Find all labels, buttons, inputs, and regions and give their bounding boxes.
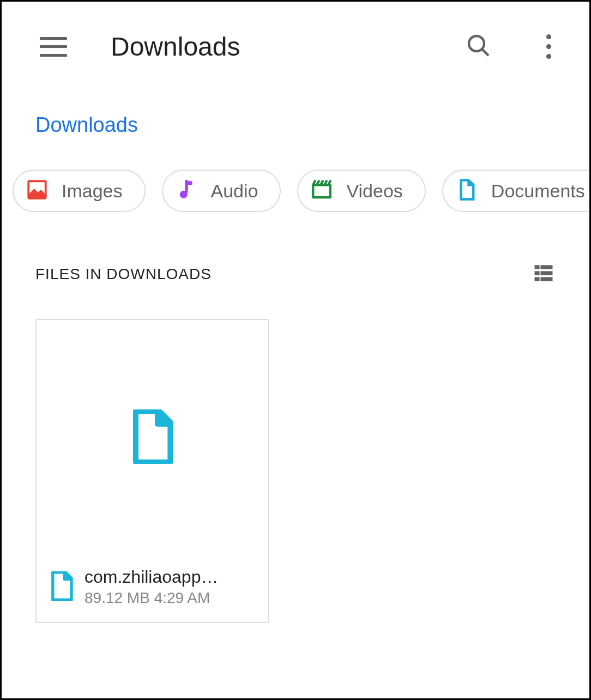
toolbar: Downloads bbox=[2, 2, 589, 86]
chip-label: Images bbox=[62, 180, 123, 202]
filter-chip-images[interactable]: Images bbox=[13, 170, 146, 212]
svg-line-1 bbox=[482, 49, 489, 56]
image-icon bbox=[26, 178, 49, 203]
file-footer: com.zhiliaoapp… 89.12 MB 4:29 AM bbox=[37, 555, 268, 622]
file-icon bbox=[130, 409, 174, 466]
document-icon bbox=[455, 178, 478, 203]
file-item[interactable]: com.zhiliaoapp… 89.12 MB 4:29 AM bbox=[35, 319, 269, 623]
svg-rect-6 bbox=[535, 271, 540, 275]
chip-label: Videos bbox=[346, 180, 402, 202]
svg-rect-5 bbox=[541, 265, 553, 269]
file-type-icon bbox=[50, 571, 74, 603]
search-icon[interactable] bbox=[466, 33, 492, 61]
svg-rect-7 bbox=[541, 271, 553, 275]
file-meta: 89.12 MB 4:29 AM bbox=[85, 589, 255, 607]
breadcrumb: Downloads bbox=[2, 86, 589, 153]
video-icon bbox=[310, 178, 333, 203]
section-header: FILES IN DOWNLOADS bbox=[2, 228, 589, 293]
chip-label: Documents bbox=[491, 180, 585, 202]
svg-rect-4 bbox=[535, 265, 540, 269]
filter-chip-audio[interactable]: Audio bbox=[162, 170, 281, 212]
audio-icon bbox=[175, 178, 198, 203]
breadcrumb-current[interactable]: Downloads bbox=[35, 113, 138, 136]
filter-chip-documents[interactable]: Documents bbox=[442, 170, 589, 212]
svg-rect-9 bbox=[541, 277, 553, 281]
file-preview bbox=[37, 320, 268, 555]
filter-chip-videos[interactable]: Videos bbox=[297, 170, 425, 212]
svg-point-0 bbox=[469, 36, 484, 51]
chip-label: Audio bbox=[211, 180, 258, 202]
more-options-icon[interactable] bbox=[535, 29, 562, 64]
file-name: com.zhiliaoapp… bbox=[85, 567, 255, 587]
filter-chips-row: Images Audio Videos Documents bbox=[2, 153, 589, 228]
section-title: FILES IN DOWNLOADS bbox=[35, 265, 212, 283]
hamburger-menu-icon[interactable] bbox=[40, 37, 67, 57]
svg-point-3 bbox=[179, 191, 187, 198]
svg-rect-8 bbox=[535, 277, 540, 281]
files-grid: com.zhiliaoapp… 89.12 MB 4:29 AM bbox=[2, 293, 589, 649]
list-view-toggle-icon[interactable] bbox=[532, 261, 556, 287]
page-title: Downloads bbox=[111, 32, 438, 62]
